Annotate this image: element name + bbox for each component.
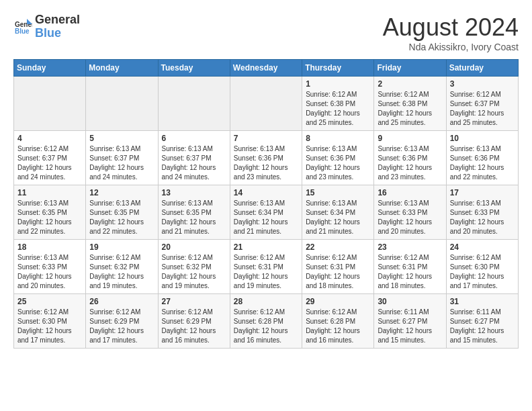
calendar-week-row: 18Sunrise: 6:13 AM Sunset: 6:33 PM Dayli… xyxy=(14,240,519,294)
day-info: Sunrise: 6:12 AM Sunset: 6:31 PM Dayligh… xyxy=(378,253,442,291)
logo-icon: General Blue xyxy=(13,17,32,36)
calendar-week-row: 4Sunrise: 6:12 AM Sunset: 6:37 PM Daylig… xyxy=(14,131,519,185)
day-info: Sunrise: 6:12 AM Sunset: 6:29 PM Dayligh… xyxy=(89,308,154,345)
calendar-week-row: 25Sunrise: 6:12 AM Sunset: 6:30 PM Dayli… xyxy=(14,294,519,349)
calendar-cell: 31Sunrise: 6:11 AM Sunset: 6:27 PM Dayli… xyxy=(446,294,518,349)
day-number: 5 xyxy=(89,134,154,143)
calendar-cell: 23Sunrise: 6:12 AM Sunset: 6:31 PM Dayli… xyxy=(374,240,446,294)
day-info: Sunrise: 6:13 AM Sunset: 6:36 PM Dayligh… xyxy=(450,144,515,182)
calendar-week-row: 1Sunrise: 6:12 AM Sunset: 6:38 PM Daylig… xyxy=(14,77,519,131)
calendar-cell: 4Sunrise: 6:12 AM Sunset: 6:37 PM Daylig… xyxy=(14,131,86,185)
day-info: Sunrise: 6:12 AM Sunset: 6:38 PM Dayligh… xyxy=(306,90,370,128)
day-number: 10 xyxy=(450,134,515,143)
day-info: Sunrise: 6:12 AM Sunset: 6:30 PM Dayligh… xyxy=(17,308,82,345)
day-info: Sunrise: 6:12 AM Sunset: 6:28 PM Dayligh… xyxy=(234,308,298,345)
day-info: Sunrise: 6:12 AM Sunset: 6:30 PM Dayligh… xyxy=(450,253,515,291)
day-number: 21 xyxy=(234,242,298,252)
page-header: General Blue General Blue August 2024 Nd… xyxy=(13,13,519,52)
calendar-cell: 3Sunrise: 6:12 AM Sunset: 6:37 PM Daylig… xyxy=(446,77,518,131)
calendar-cell: 22Sunrise: 6:12 AM Sunset: 6:31 PM Dayli… xyxy=(302,240,374,294)
day-number: 19 xyxy=(89,242,154,252)
calendar-cell xyxy=(158,77,230,131)
day-number: 14 xyxy=(234,188,298,197)
day-info: Sunrise: 6:13 AM Sunset: 6:33 PM Dayligh… xyxy=(17,253,82,291)
calendar-cell: 12Sunrise: 6:13 AM Sunset: 6:35 PM Dayli… xyxy=(86,185,158,240)
logo: General Blue General Blue xyxy=(13,13,80,40)
weekday-header-cell: Monday xyxy=(86,60,158,77)
day-info: Sunrise: 6:13 AM Sunset: 6:36 PM Dayligh… xyxy=(234,144,298,182)
weekday-header-cell: Sunday xyxy=(14,60,86,77)
calendar-cell xyxy=(230,77,302,131)
day-info: Sunrise: 6:13 AM Sunset: 6:35 PM Dayligh… xyxy=(89,199,154,236)
day-number: 15 xyxy=(306,188,370,197)
weekday-header-cell: Tuesday xyxy=(158,60,230,77)
day-info: Sunrise: 6:12 AM Sunset: 6:31 PM Dayligh… xyxy=(234,253,298,291)
day-info: Sunrise: 6:13 AM Sunset: 6:37 PM Dayligh… xyxy=(162,144,226,182)
day-number: 4 xyxy=(17,134,82,143)
calendar-cell: 16Sunrise: 6:13 AM Sunset: 6:33 PM Dayli… xyxy=(374,185,446,240)
day-info: Sunrise: 6:13 AM Sunset: 6:37 PM Dayligh… xyxy=(89,144,154,182)
day-info: Sunrise: 6:12 AM Sunset: 6:37 PM Dayligh… xyxy=(17,144,82,182)
day-info: Sunrise: 6:13 AM Sunset: 6:34 PM Dayligh… xyxy=(234,199,298,236)
weekday-header-row: SundayMondayTuesdayWednesdayThursdayFrid… xyxy=(14,60,519,77)
weekday-header-cell: Thursday xyxy=(302,60,374,77)
calendar-cell: 7Sunrise: 6:13 AM Sunset: 6:36 PM Daylig… xyxy=(230,131,302,185)
day-info: Sunrise: 6:12 AM Sunset: 6:38 PM Dayligh… xyxy=(378,90,442,128)
day-info: Sunrise: 6:11 AM Sunset: 6:27 PM Dayligh… xyxy=(450,308,515,345)
calendar-cell: 28Sunrise: 6:12 AM Sunset: 6:28 PM Dayli… xyxy=(230,294,302,349)
day-number: 16 xyxy=(378,188,442,197)
calendar-cell: 21Sunrise: 6:12 AM Sunset: 6:31 PM Dayli… xyxy=(230,240,302,294)
calendar-cell: 20Sunrise: 6:12 AM Sunset: 6:32 PM Dayli… xyxy=(158,240,230,294)
calendar-table: SundayMondayTuesdayWednesdayThursdayFrid… xyxy=(13,59,519,349)
day-info: Sunrise: 6:13 AM Sunset: 6:33 PM Dayligh… xyxy=(378,199,442,236)
day-info: Sunrise: 6:12 AM Sunset: 6:32 PM Dayligh… xyxy=(162,253,226,291)
day-number: 7 xyxy=(234,134,298,143)
calendar-cell: 2Sunrise: 6:12 AM Sunset: 6:38 PM Daylig… xyxy=(374,77,446,131)
day-info: Sunrise: 6:13 AM Sunset: 6:35 PM Dayligh… xyxy=(17,199,82,236)
day-info: Sunrise: 6:13 AM Sunset: 6:36 PM Dayligh… xyxy=(378,144,442,182)
calendar-cell: 18Sunrise: 6:13 AM Sunset: 6:33 PM Dayli… xyxy=(14,240,86,294)
day-number: 28 xyxy=(234,297,298,306)
calendar-cell: 15Sunrise: 6:13 AM Sunset: 6:34 PM Dayli… xyxy=(302,185,374,240)
day-number: 22 xyxy=(306,242,370,252)
day-number: 30 xyxy=(378,297,442,306)
day-number: 29 xyxy=(306,297,370,306)
calendar-cell: 27Sunrise: 6:12 AM Sunset: 6:29 PM Dayli… xyxy=(158,294,230,349)
day-info: Sunrise: 6:13 AM Sunset: 6:36 PM Dayligh… xyxy=(306,144,370,182)
calendar-cell: 9Sunrise: 6:13 AM Sunset: 6:36 PM Daylig… xyxy=(374,131,446,185)
logo-text: General Blue xyxy=(35,13,80,40)
calendar-cell: 6Sunrise: 6:13 AM Sunset: 6:37 PM Daylig… xyxy=(158,131,230,185)
day-info: Sunrise: 6:13 AM Sunset: 6:34 PM Dayligh… xyxy=(306,199,370,236)
svg-text:Blue: Blue xyxy=(15,28,30,35)
calendar-cell: 19Sunrise: 6:12 AM Sunset: 6:32 PM Dayli… xyxy=(86,240,158,294)
day-number: 23 xyxy=(378,242,442,252)
day-number: 20 xyxy=(162,242,226,252)
day-number: 12 xyxy=(89,188,154,197)
weekday-header-cell: Saturday xyxy=(446,60,518,77)
weekday-header-cell: Wednesday xyxy=(230,60,302,77)
day-info: Sunrise: 6:11 AM Sunset: 6:27 PM Dayligh… xyxy=(378,308,442,345)
weekday-header-cell: Friday xyxy=(374,60,446,77)
calendar-cell: 8Sunrise: 6:13 AM Sunset: 6:36 PM Daylig… xyxy=(302,131,374,185)
calendar-cell: 17Sunrise: 6:13 AM Sunset: 6:33 PM Dayli… xyxy=(446,185,518,240)
day-number: 13 xyxy=(162,188,226,197)
title-block: August 2024 Nda Akissikro, Ivory Coast xyxy=(383,13,519,52)
calendar-cell: 14Sunrise: 6:13 AM Sunset: 6:34 PM Dayli… xyxy=(230,185,302,240)
day-number: 8 xyxy=(306,134,370,143)
day-info: Sunrise: 6:12 AM Sunset: 6:31 PM Dayligh… xyxy=(306,253,370,291)
calendar-cell: 10Sunrise: 6:13 AM Sunset: 6:36 PM Dayli… xyxy=(446,131,518,185)
day-info: Sunrise: 6:13 AM Sunset: 6:33 PM Dayligh… xyxy=(450,199,515,236)
day-info: Sunrise: 6:12 AM Sunset: 6:37 PM Dayligh… xyxy=(450,90,515,128)
day-number: 6 xyxy=(162,134,226,143)
day-number: 11 xyxy=(17,188,82,197)
calendar-cell: 11Sunrise: 6:13 AM Sunset: 6:35 PM Dayli… xyxy=(14,185,86,240)
calendar-cell: 29Sunrise: 6:12 AM Sunset: 6:28 PM Dayli… xyxy=(302,294,374,349)
location: Nda Akissikro, Ivory Coast xyxy=(383,42,519,52)
day-number: 31 xyxy=(450,297,515,306)
calendar-cell xyxy=(14,77,86,131)
day-number: 17 xyxy=(450,188,515,197)
month-title: August 2024 xyxy=(383,13,519,42)
day-number: 27 xyxy=(162,297,226,306)
day-info: Sunrise: 6:12 AM Sunset: 6:28 PM Dayligh… xyxy=(306,308,370,345)
calendar-cell: 25Sunrise: 6:12 AM Sunset: 6:30 PM Dayli… xyxy=(14,294,86,349)
